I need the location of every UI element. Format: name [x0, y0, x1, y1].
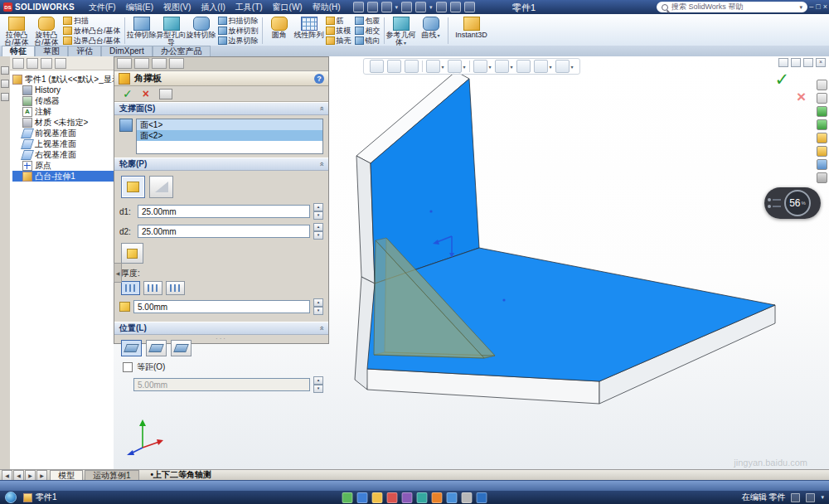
- minimize-button[interactable]: –: [809, 2, 813, 11]
- hole-wizard-button[interactable]: 异型孔向导: [157, 15, 187, 46]
- lofted-cut-button[interactable]: 放样切割: [218, 27, 259, 36]
- view-settings-icon[interactable]: ▾: [555, 60, 574, 73]
- tree-item-sensors[interactable]: 传感器: [12, 95, 114, 106]
- thickness-both-sides-button[interactable]: [143, 281, 162, 295]
- taskbar-app-icon-6[interactable]: [417, 492, 428, 503]
- taskbar-window-button[interactable]: 零件1: [23, 492, 57, 503]
- shell-button[interactable]: 抽壳: [326, 36, 351, 46]
- doc-split-icon[interactable]: [778, 58, 788, 67]
- tab-office[interactable]: 办公室产品: [153, 46, 211, 56]
- save-icon[interactable]: [381, 2, 392, 12]
- d2-input[interactable]: 25.00mm: [138, 225, 310, 238]
- tree-item-history[interactable]: History: [12, 85, 114, 95]
- pm-tab-dimxpert-icon[interactable]: [152, 58, 167, 69]
- menu-help[interactable]: 帮助(H): [308, 1, 345, 14]
- tray-icon-1[interactable]: [791, 493, 800, 502]
- tree-item-front-plane[interactable]: 前视基准面: [12, 128, 114, 138]
- position-middle-button[interactable]: [146, 340, 167, 356]
- select-icon[interactable]: [436, 2, 447, 12]
- rebuild-icon[interactable]: [450, 2, 461, 12]
- rail-blue-icon[interactable]: [817, 159, 827, 170]
- taskbar-app-icon-9[interactable]: [462, 492, 473, 503]
- offset-input[interactable]: 5.00mm: [133, 378, 310, 391]
- pm-ok-button[interactable]: ✓: [123, 88, 133, 99]
- model-tab[interactable]: 模型: [50, 470, 83, 481]
- taskbar-app-icon-3[interactable]: [372, 492, 383, 503]
- thickness-spinner[interactable]: ▴▾: [313, 298, 323, 315]
- extruded-boss-button[interactable]: 拉伸凸台/基体: [2, 15, 32, 46]
- taskbar-app-icon-5[interactable]: [402, 492, 413, 503]
- doc-close-icon[interactable]: ×: [816, 58, 826, 67]
- menu-view[interactable]: 视图(V): [159, 1, 195, 14]
- tab-scroll-last-icon[interactable]: ▶: [36, 470, 47, 481]
- start-button[interactable]: [5, 492, 17, 503]
- zoom-fit-icon[interactable]: [369, 60, 383, 73]
- print-icon[interactable]: [401, 2, 412, 12]
- collapse-chevron-icon[interactable]: »: [317, 106, 325, 110]
- hide-show-items-icon[interactable]: ▾: [495, 60, 513, 73]
- tray-icon-2[interactable]: [806, 493, 815, 502]
- boundary-cut-button[interactable]: 边界切除: [218, 36, 259, 46]
- rail-green-icon-1[interactable]: [817, 106, 827, 117]
- tree-item-part-root[interactable]: 零件1 (默认<<默认>_显示状态: [12, 74, 114, 85]
- taskbar-app-icon-7[interactable]: [432, 492, 443, 503]
- rail-panel-icon-2[interactable]: [817, 93, 827, 104]
- menu-tools[interactable]: 工具(T): [231, 1, 267, 14]
- dock-icon-1[interactable]: [1, 66, 9, 75]
- tree-item-material[interactable]: 材质 <未指定>: [12, 117, 114, 128]
- revolved-cut-button[interactable]: 旋转切除: [187, 15, 216, 46]
- view-orientation-icon[interactable]: ▾: [447, 60, 465, 73]
- intersect-button[interactable]: 相交: [355, 27, 381, 36]
- menu-edit[interactable]: 编辑(E): [122, 1, 158, 14]
- pm-tab-appearance-icon[interactable]: [169, 58, 184, 69]
- tab-sketch[interactable]: 草图: [35, 46, 68, 56]
- face-list-item-2[interactable]: 面<2>: [137, 130, 322, 141]
- options-icon[interactable]: [464, 2, 475, 12]
- new-doc-icon[interactable]: [353, 2, 364, 12]
- tab-features[interactable]: 特征: [2, 46, 35, 56]
- offset-spinner[interactable]: ▴▾: [313, 376, 323, 393]
- tree-item-top-plane[interactable]: 上视基准面: [12, 138, 114, 149]
- pm-help-button[interactable]: ?: [314, 74, 324, 84]
- curves-button[interactable]: 曲线▾: [416, 15, 446, 46]
- pm-cancel-button[interactable]: ×: [143, 88, 149, 99]
- flip-profile-button[interactable]: [121, 243, 143, 264]
- tree-item-origin[interactable]: 原点: [12, 160, 114, 171]
- triangular-profile-button[interactable]: [121, 176, 145, 198]
- support-section-header[interactable]: 支撑面(S) »: [114, 102, 328, 115]
- tab-dimxpert[interactable]: DimXpert: [101, 46, 153, 56]
- lofted-boss-button[interactable]: 放样凸台/基体: [63, 27, 121, 36]
- pm-resize-grip[interactable]: ···: [216, 335, 227, 342]
- rail-green-icon-2[interactable]: [817, 119, 827, 130]
- display-style-icon[interactable]: ▾: [473, 60, 491, 73]
- profile-section-header[interactable]: 轮廓(P) »: [114, 158, 328, 171]
- menu-file[interactable]: 文件(F): [85, 1, 120, 14]
- mirror-button[interactable]: 镜向: [355, 36, 381, 46]
- swept-cut-button[interactable]: 扫描切除: [218, 17, 259, 26]
- rail-yellow-icon-2[interactable]: [817, 146, 827, 157]
- pm-tab-properties-icon[interactable]: [117, 58, 132, 69]
- section-view-icon[interactable]: ▾: [425, 60, 444, 73]
- d1-input[interactable]: 25.00mm: [138, 205, 310, 218]
- thickness-first-side-button[interactable]: [121, 281, 140, 295]
- tab-evaluate[interactable]: 评估: [68, 46, 101, 56]
- search-caret-icon[interactable]: ▾: [799, 4, 802, 11]
- motion-study-tab[interactable]: 运动算例1: [85, 470, 139, 481]
- tree-display-icon[interactable]: [27, 58, 38, 69]
- polygonal-profile-button[interactable]: [149, 176, 173, 198]
- taskbar-app-icon-1[interactable]: [342, 492, 353, 503]
- help-search-box[interactable]: 搜索 SolidWorks 帮助 ▾: [657, 2, 807, 12]
- position-end-button[interactable]: [171, 340, 191, 356]
- collapse-chevron-icon[interactable]: »: [317, 326, 325, 330]
- tree-item-boss-extrude1[interactable]: 凸台-拉伸1: [12, 171, 114, 182]
- d2-spinner[interactable]: ▴▾: [313, 223, 323, 240]
- collapse-chevron-icon[interactable]: »: [317, 162, 325, 166]
- previous-view-icon[interactable]: [404, 60, 418, 73]
- save-caret-icon[interactable]: ▾: [395, 4, 399, 11]
- taskbar-app-icon-2[interactable]: [357, 492, 368, 503]
- draft-button[interactable]: 拔模: [326, 27, 351, 36]
- dock-icon-2[interactable]: [1, 80, 9, 88]
- face-list-item-1[interactable]: 面<1>: [137, 119, 322, 130]
- tray-expand-icon[interactable]: ▾: [821, 494, 824, 501]
- pm-preview-toggle[interactable]: [159, 89, 172, 99]
